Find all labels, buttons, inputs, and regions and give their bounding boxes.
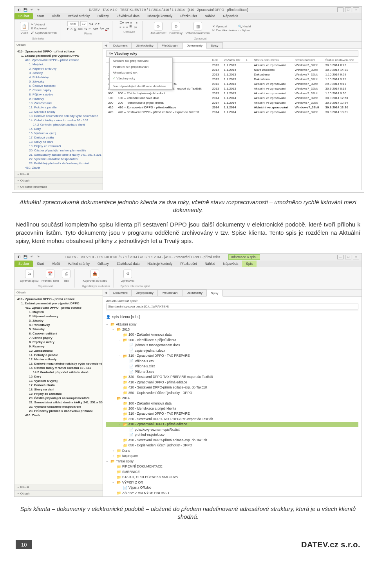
tisk-button[interactable]: 🖨 Tisk <box>61 269 71 283</box>
qat-redo-icon[interactable]: ↷ <box>36 255 40 259</box>
expand-chevron-icon[interactable]: − <box>112 328 116 331</box>
doc-tab-účty/položky[interactable]: Účty/položky <box>131 290 157 296</box>
file-item[interactable]: Příloha-3.csv <box>106 369 358 374</box>
tree-item[interactable]: 19. Příjmy ze zahraničí <box>16 392 101 396</box>
folder-item[interactable]: 410 - Zpracování DPPO - přímá editace <box>106 380 358 385</box>
side-tab-klienti[interactable]: ▪Klienti <box>14 171 103 177</box>
folder-item[interactable]: 320 - Sestavení DPPO-TAX PREPARE-export … <box>106 417 358 422</box>
select-button[interactable]: ▭ Vybrat <box>238 29 251 32</box>
copy-button[interactable]: ⧉ Kopírovat <box>31 27 57 31</box>
menu-item[interactable]: Jen odpovídající identifikace databáze <box>110 83 172 89</box>
tree-item[interactable]: 410 - Zpracování DPPO - přímá editace <box>16 297 101 301</box>
ribbon-tab-start[interactable]: Start <box>33 13 48 19</box>
tree-item[interactable]: 23. Průběžný přehled k daňovému přiznání <box>16 409 101 413</box>
doc-tab-dokument[interactable]: Dokument <box>109 42 132 49</box>
expand-chevron-icon[interactable]: + <box>112 449 116 453</box>
clear-button[interactable]: ✕ Vymazat <box>212 25 237 28</box>
tree-item[interactable]: 20. Částka připadající na komplementáře <box>16 148 101 153</box>
tree-item[interactable]: 10. Zaměstnanci <box>16 349 101 353</box>
refresh-button[interactable]: ⟳ Aktualizovat <box>150 21 167 36</box>
folder-item[interactable]: 850 - Dopis vedení účetní jednotky - DPP… <box>106 443 358 448</box>
table-header[interactable]: L.. <box>244 58 252 63</box>
grow-font-icon[interactable]: A▲ <box>89 22 94 25</box>
menu-item[interactable]: Všechny roky <box>110 76 172 81</box>
folder-item[interactable]: −Trvalé spisy <box>106 459 358 464</box>
file-item[interactable]: Výpis z OR.doc <box>106 485 358 490</box>
tree-item[interactable]: 17. Daňová ztráta <box>16 383 101 387</box>
table-header[interactable]: Štatus nastaven dne <box>324 58 358 63</box>
tree-item[interactable]: 9. Rezervy <box>16 344 101 349</box>
tree-item[interactable]: 8. Půjčky a úvěry <box>16 340 101 344</box>
ribbon-tab-přezkoušet[interactable]: Přezkoušet <box>176 261 201 267</box>
expand-chevron-icon[interactable]: − <box>112 481 116 484</box>
bold-icon[interactable]: F <box>67 27 69 31</box>
table-header[interactable]: Začátek HR <box>222 58 244 63</box>
ribbon-tab-vložit[interactable]: Vložit <box>48 261 64 267</box>
menu-item[interactable]: Poslední rok přepracování <box>110 64 172 70</box>
tree-item[interactable]: 410. Zpracování DPPO - přímá editace <box>16 306 101 310</box>
table-row[interactable]: 100100 – Základní kmenová data20141.1.20… <box>106 95 358 100</box>
tree-item[interactable]: 17. Daňová ztráta <box>16 135 101 140</box>
ribbon-tab-vzhled-stránky[interactable]: Vzhled stránky <box>64 13 94 19</box>
font-size-select[interactable]: 10 <box>80 21 87 26</box>
spis-tree[interactable]: −Aktuální spisy−2013100 - Základní kmeno… <box>106 322 358 496</box>
tree-item[interactable]: 11. Pokuty a penále <box>16 353 101 357</box>
ribbon-tab-nápověda[interactable]: Nápověda <box>219 261 242 267</box>
tree-item[interactable]: 14. Ostatní řádky v rámci rozsahu 10 - 1… <box>16 366 101 370</box>
nav-prev-icon[interactable]: ◀ <box>103 290 109 295</box>
tree-item[interactable]: 14.2 Kontrolní přepočet základu daně <box>16 122 101 127</box>
folder-item[interactable]: −200 - Identifikace a přijetí klienta <box>106 338 358 343</box>
tree-item[interactable]: 20. Částka připadající na komplementáře <box>16 396 101 400</box>
tree-2[interactable]: 410 - Zpracování DPPO - přímá editace1. … <box>14 296 103 484</box>
tree-item[interactable]: 15. Dary <box>16 127 101 131</box>
copy-format-button[interactable]: 🖌 Kopírovat formát <box>31 31 57 34</box>
font-name-select[interactable]: Arial <box>67 21 79 26</box>
tree-item[interactable]: 4. Pohledávky <box>16 75 101 79</box>
tree-item[interactable]: 12. Manka a škody <box>16 357 101 361</box>
table-row[interactable]: 900900 – Přehled vykázaných hodnot20131.… <box>106 91 358 95</box>
folder-item[interactable]: −Aktuální spisy <box>106 322 358 327</box>
file-item[interactable]: jednani s managemenem.docx <box>106 343 358 348</box>
tree-item[interactable]: 7. Cenné papíry <box>16 88 101 92</box>
ribbon-tab-odkazy[interactable]: Odkazy <box>94 13 113 19</box>
tree-item[interactable]: 13. Daňově neuznatelné náklady výše neuv… <box>16 114 101 118</box>
expand-chevron-icon[interactable]: − <box>106 460 109 463</box>
ribbon-tab-náhled[interactable]: Náhled <box>201 261 219 267</box>
test-button[interactable]: ☑ Zkouška daninu <box>212 29 237 32</box>
tree-item[interactable]: 9. Rezervy <box>16 97 101 101</box>
cut-button[interactable]: ✂ Vyjmout <box>31 23 57 26</box>
underline-icon[interactable]: U <box>74 27 76 31</box>
prevzeti-roku-button[interactable]: 📅 Převzetí roku <box>41 269 60 283</box>
table-header[interactable]: Status nastavil <box>293 58 323 63</box>
expand-chevron-icon[interactable]: − <box>119 354 122 358</box>
folder-item[interactable]: +Dano <box>106 448 358 453</box>
nav-prev-icon[interactable]: ◀ <box>103 43 109 48</box>
side-tab-odborné informace[interactable]: ▪Odborné informace <box>14 183 103 190</box>
font-color-icon[interactable]: A▾ <box>105 27 109 31</box>
tree-item[interactable]: 5. Závazky <box>16 327 101 331</box>
doc-tab-dokumenty[interactable]: Dokumenty <box>183 290 207 296</box>
doc-tab-dokument[interactable]: Dokument <box>109 290 132 296</box>
tree-item[interactable]: 7. Cenné papíry <box>16 336 101 340</box>
tree-item[interactable]: 14.2 Kontrolní přepočet základu daně <box>16 370 101 374</box>
zpracovat-button[interactable]: ⚙ Zpracovat <box>121 269 135 283</box>
doc-tab-přeúčtování[interactable]: Přeúčtování <box>157 42 183 49</box>
ribbon-tab-spis[interactable]: Spis <box>242 261 257 267</box>
ribbon-tab-závěrková-data[interactable]: Závěrková data <box>113 13 144 19</box>
qat-save-icon[interactable]: 💾 <box>23 7 28 12</box>
tree-item[interactable]: 3. Zásoby <box>16 318 101 323</box>
file-item[interactable]: polozkovy-seznam-upisRxalist <box>106 427 358 432</box>
folder-item[interactable]: −2014 <box>106 396 358 401</box>
folder-item[interactable]: 310 - Zpracování DPPO - TAX PREPARE <box>106 411 358 416</box>
ribbon-tab-přezkoušet[interactable]: Přezkoušet <box>176 13 201 19</box>
ribbon-tab-soubor[interactable]: Soubor <box>14 13 33 19</box>
side-tab-obsah[interactable]: ▪Obsah <box>14 177 103 183</box>
shrink-font-icon[interactable]: A▼ <box>95 22 100 25</box>
doc-tab-spisy[interactable]: Spisy <box>206 42 223 49</box>
table-row[interactable]: 410410 – Zpracování DPPO - přímá editace… <box>106 105 358 110</box>
year-filter-menu[interactable]: Aktuální rok přepracováníPoslední rok př… <box>109 58 173 90</box>
folder-item[interactable]: STATUT, SPOLEČENSKÁ SMLOUVA <box>106 475 358 480</box>
italic-icon[interactable]: K <box>70 27 72 31</box>
tree-item[interactable]: 6. Časové rozlišení <box>16 331 101 336</box>
tree-item[interactable]: 11. Pokuty a penále <box>16 105 101 110</box>
